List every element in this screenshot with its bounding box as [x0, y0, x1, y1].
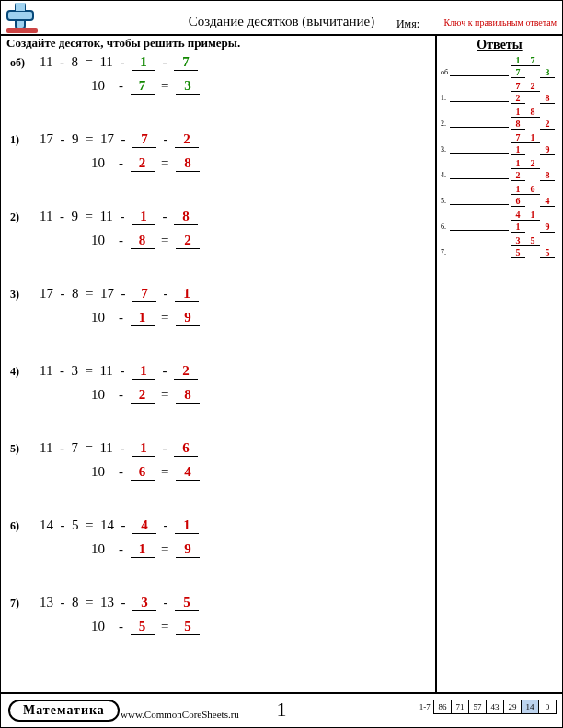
blank[interactable]: 4 [176, 464, 200, 481]
problem-4: 4) 11 - 3 = 11 - 1 - 2 10 - 2 = 8 [10, 361, 433, 438]
answer-blank-line[interactable] [450, 256, 509, 256]
problem-label: 1) [10, 133, 19, 147]
blank[interactable]: 1 [132, 440, 155, 457]
answer-values: 3555 [511, 234, 557, 258]
answers-body: об.17731.72282.18823.71194.12285.16646.4… [441, 54, 558, 260]
answer-row: 1.7228 [441, 80, 558, 106]
answer-values: 7228 [511, 80, 557, 104]
blank[interactable]: 9 [176, 310, 200, 326]
answer-row: 3.7119 [441, 131, 558, 157]
answer-row: 7.3555 [441, 234, 558, 260]
problem-label: 3) [10, 288, 19, 301]
blank[interactable]: 5 [131, 619, 155, 635]
answer-number: 7. [441, 248, 446, 256]
problem-label: 6) [10, 519, 19, 533]
instruction-text: Создайте десяток, чтобы решить примеры. [6, 36, 240, 51]
blank[interactable]: 1 [131, 541, 155, 558]
answers-title: Ответы [441, 38, 558, 52]
blank[interactable]: 1 [131, 310, 155, 326]
problem-label: 7) [10, 597, 19, 610]
answer-values: 1882 [511, 106, 557, 130]
blank[interactable]: 2 [176, 233, 200, 249]
worksheet-page: Создание десятков (вычитание) Имя: Ключ … [0, 0, 563, 728]
problem-line-2: 10 - 2 = 8 [91, 155, 200, 172]
problem-line-1: 11 - 8 = 11 - 1 - 7 [40, 54, 198, 71]
answer-number: 5. [441, 197, 446, 205]
answer-blank-line[interactable] [450, 230, 509, 231]
blank[interactable]: 8 [176, 155, 200, 172]
blank[interactable]: 1 [132, 209, 155, 225]
blank[interactable]: 6 [131, 464, 155, 481]
blank[interactable]: 8 [174, 209, 198, 225]
answer-row: 2.1882 [441, 106, 558, 131]
answer-values: 1228 [511, 157, 557, 181]
blank[interactable]: 3 [176, 78, 200, 95]
worksheet-header: Создание десятков (вычитание) Имя: Ключ … [1, 1, 562, 36]
score-strip: 1-7 8671574329140 [419, 700, 557, 714]
score-cell: 14 [521, 700, 539, 714]
blank[interactable]: 5 [175, 595, 199, 611]
problem-5: 5) 11 - 7 = 11 - 1 - 6 10 - 6 = 4 [10, 438, 433, 516]
problem-line-1: 14 - 5 = 14 - 4 - 1 [40, 518, 199, 534]
answer-blank-line[interactable] [450, 127, 509, 128]
problem-label: 2) [10, 210, 19, 224]
problem-line-2: 10 - 6 = 4 [91, 464, 200, 481]
blank[interactable]: 2 [174, 363, 198, 380]
answer-row: 5.1664 [441, 183, 558, 209]
answer-number: об. [441, 68, 450, 76]
answer-blank-line[interactable] [450, 153, 509, 154]
answers-column: Ответы об.17731.72282.18823.71194.12285.… [435, 34, 562, 694]
score-cell: 86 [433, 700, 452, 714]
problem-line-1: 11 - 3 = 11 - 1 - 2 [40, 363, 198, 380]
blank[interactable]: 5 [176, 619, 200, 635]
problem-line-2: 10 - 7 = 3 [91, 78, 200, 95]
answer-number: 2. [441, 119, 446, 128]
score-cell: 43 [486, 700, 504, 714]
problem-2: 2) 11 - 9 = 11 - 1 - 8 10 - 8 = 2 [10, 207, 433, 284]
problem-label: об) [10, 56, 25, 70]
problem-7: 7) 13 - 8 = 13 - 3 - 5 10 - 5 = 5 [10, 593, 433, 670]
blank[interactable]: 9 [176, 541, 200, 558]
blank[interactable]: 1 [132, 363, 155, 380]
problem-label: 4) [10, 365, 19, 379]
blank[interactable]: 6 [174, 440, 198, 457]
blank[interactable]: 7 [131, 78, 155, 95]
answer-blank-line[interactable] [450, 204, 509, 205]
problems-area: об) 11 - 8 = 11 - 1 - 7 10 - 7 = 3 1) 17… [10, 52, 433, 688]
blank[interactable]: 8 [176, 387, 200, 404]
score-cell: 71 [451, 700, 469, 714]
score-label: 1-7 [419, 702, 431, 711]
answer-blank-line[interactable] [450, 178, 509, 179]
problem-line-1: 11 - 7 = 11 - 1 - 6 [40, 440, 198, 457]
problem-1: 1) 17 - 9 = 17 - 7 - 2 10 - 2 = 8 [10, 130, 433, 207]
blank[interactable]: 7 [132, 131, 156, 148]
answer-number: 4. [441, 171, 446, 179]
problem-line-2: 10 - 8 = 2 [91, 233, 200, 249]
problem-line-1: 17 - 9 = 17 - 7 - 2 [40, 131, 199, 148]
blank[interactable]: 1 [132, 54, 155, 71]
blank[interactable]: 7 [132, 286, 156, 302]
answer-blank-line[interactable] [450, 101, 509, 102]
blank[interactable]: 4 [132, 518, 156, 534]
example-problem: об) 11 - 8 = 11 - 1 - 7 10 - 7 = 3 [10, 52, 433, 130]
answer-blank-line[interactable] [450, 75, 509, 76]
problem-line-2: 10 - 1 = 9 [91, 310, 200, 326]
blank[interactable]: 7 [174, 54, 198, 71]
answer-key-label: Ключ к правильным ответам [443, 17, 557, 28]
problem-line-2: 10 - 1 = 9 [91, 541, 200, 558]
answer-values: 1773 [511, 54, 557, 78]
problem-label: 5) [10, 442, 19, 456]
blank[interactable]: 3 [132, 595, 156, 611]
blank[interactable]: 2 [131, 387, 155, 404]
blank[interactable]: 1 [175, 286, 199, 302]
score-cell: 0 [538, 700, 557, 714]
blank[interactable]: 8 [131, 233, 155, 249]
answer-number: 3. [441, 145, 446, 154]
blank[interactable]: 1 [175, 518, 199, 534]
name-label: Имя: [396, 17, 419, 31]
blank[interactable]: 2 [175, 131, 199, 148]
blank[interactable]: 2 [131, 155, 155, 172]
answer-row: 4.1228 [441, 157, 558, 183]
problem-line-1: 11 - 9 = 11 - 1 - 8 [40, 209, 198, 225]
score-cell: 29 [503, 700, 522, 714]
